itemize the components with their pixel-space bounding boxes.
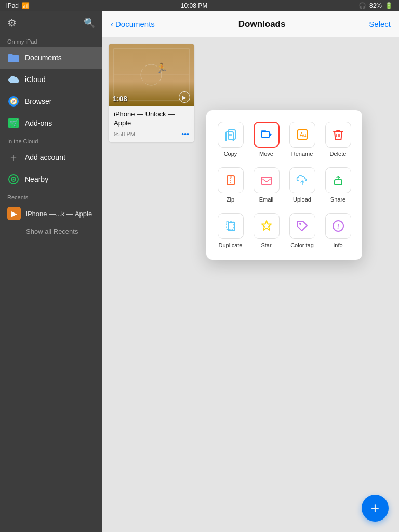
action-star[interactable]: Star bbox=[250, 210, 282, 251]
recent-video-icon: ▶ bbox=[7, 207, 21, 220]
carrier-label: iPad bbox=[6, 2, 19, 9]
svg-marker-25 bbox=[262, 221, 271, 230]
action-rename[interactable]: Aa Rename bbox=[286, 118, 318, 160]
copy-icon-box bbox=[218, 122, 244, 148]
nav-bar: ‹ Documents Downloads Select bbox=[102, 11, 399, 37]
sidebar-icloud-label: iCloud bbox=[25, 75, 46, 84]
sidebar-nearby-label: Nearby bbox=[25, 175, 48, 183]
action-sheet: Copy Move bbox=[206, 110, 362, 260]
section-label-on-my-ipad: On my iPad bbox=[0, 34, 102, 47]
action-upload[interactable]: Upload bbox=[286, 164, 318, 206]
wifi-icon: 📶 bbox=[22, 2, 30, 9]
svg-rect-22 bbox=[335, 180, 342, 185]
battery-icon: 🔋 bbox=[385, 2, 393, 9]
duplicate-label: Duplicate bbox=[219, 242, 243, 248]
upload-icon-box bbox=[289, 167, 315, 193]
share-label: Share bbox=[330, 196, 345, 203]
sidebar-add-account-label: Add account bbox=[25, 153, 65, 162]
svg-text:i: i bbox=[337, 222, 339, 230]
svg-rect-8 bbox=[228, 130, 235, 139]
back-button[interactable]: ‹ Documents bbox=[111, 20, 155, 29]
recent-item-iphone[interactable]: ▶ iPhone —...k — Apple bbox=[0, 203, 102, 224]
sidebar-header: ⚙ 🔍 bbox=[0, 11, 102, 34]
show-all-recents[interactable]: Show all Recents bbox=[0, 224, 102, 242]
status-right: 🎧 82% 🔋 bbox=[358, 2, 393, 9]
duplicate-icon-box bbox=[218, 213, 244, 239]
info-label: Info bbox=[333, 242, 342, 248]
star-icon-box bbox=[254, 213, 280, 239]
svg-rect-12 bbox=[262, 131, 269, 138]
content-area: ‹ Documents Downloads Select bbox=[102, 11, 399, 532]
move-icon-box bbox=[254, 122, 280, 148]
action-move[interactable]: Move bbox=[250, 118, 282, 160]
zip-label: Zip bbox=[227, 196, 234, 203]
sidebar-item-documents[interactable]: Documents bbox=[0, 47, 102, 69]
svg-point-4 bbox=[13, 179, 15, 180]
action-share[interactable]: Share bbox=[322, 164, 354, 206]
gear-icon[interactable]: ⚙ bbox=[7, 17, 17, 29]
section-label-recents: Recents bbox=[0, 190, 102, 203]
rename-label: Rename bbox=[291, 151, 313, 157]
status-left: iPad 📶 bbox=[6, 2, 30, 9]
sidebar: ⚙ 🔍 On my iPad Documents iCloud bbox=[0, 11, 102, 532]
main-layout: ⚙ 🔍 On my iPad Documents iCloud bbox=[0, 11, 399, 532]
svg-rect-1 bbox=[8, 54, 13, 57]
action-zip[interactable]: Zip bbox=[215, 164, 246, 206]
file-area: 🏃 1:08 ▶ iPhone — Unlock — Apple 9:58 PM… bbox=[102, 37, 399, 532]
svg-point-26 bbox=[299, 223, 301, 225]
star-label: Star bbox=[261, 242, 271, 248]
action-info[interactable]: i Info bbox=[322, 210, 354, 251]
recent-item-label: iPhone —...k — Apple bbox=[26, 210, 92, 218]
action-colortag[interactable]: Color tag bbox=[286, 210, 318, 251]
colortag-label: Color tag bbox=[290, 242, 314, 248]
sidebar-item-addons[interactable]: 🛒 Add-ons bbox=[0, 112, 102, 134]
upload-label: Upload bbox=[293, 196, 311, 203]
action-copy[interactable]: Copy bbox=[215, 118, 246, 160]
nearby-icon bbox=[7, 173, 20, 185]
sidebar-item-icloud[interactable]: iCloud bbox=[0, 69, 102, 90]
move-label: Move bbox=[259, 151, 273, 157]
plus-circle-icon: ＋ bbox=[7, 151, 20, 164]
email-icon-box bbox=[254, 167, 280, 193]
svg-rect-21 bbox=[261, 177, 272, 184]
colortag-icon-box bbox=[289, 213, 315, 239]
folder-icon bbox=[7, 51, 20, 64]
rename-icon-box: Aa bbox=[289, 122, 315, 148]
select-button[interactable]: Select bbox=[369, 20, 391, 29]
back-label: Documents bbox=[115, 20, 155, 29]
sidebar-item-nearby[interactable]: Nearby bbox=[0, 168, 102, 190]
action-duplicate[interactable]: Duplicate bbox=[215, 210, 246, 251]
sidebar-item-add-account[interactable]: ＋ Add account bbox=[0, 147, 102, 168]
status-time: 10:08 PM bbox=[181, 2, 207, 9]
sidebar-documents-label: Documents bbox=[25, 54, 62, 62]
info-icon-box: i bbox=[325, 213, 351, 239]
search-icon[interactable]: 🔍 bbox=[84, 17, 95, 29]
compass-icon: 🧭 bbox=[7, 95, 20, 108]
email-label: Email bbox=[259, 196, 274, 203]
sidebar-item-browser[interactable]: 🧭 Browser bbox=[0, 90, 102, 112]
svg-rect-9 bbox=[226, 132, 233, 141]
nav-title: Downloads bbox=[155, 19, 369, 30]
action-delete[interactable]: Delete bbox=[322, 118, 354, 160]
share-icon-box bbox=[325, 167, 351, 193]
delete-label: Delete bbox=[330, 151, 347, 157]
sidebar-browser-label: Browser bbox=[25, 97, 51, 105]
chevron-left-icon: ‹ bbox=[111, 20, 113, 29]
svg-text:Aa: Aa bbox=[300, 132, 307, 138]
action-email[interactable]: Email bbox=[250, 164, 282, 206]
cloud-icon bbox=[7, 73, 20, 86]
sidebar-addons-label: Add-ons bbox=[25, 119, 52, 127]
cart-icon: 🛒 bbox=[7, 117, 20, 129]
delete-icon-box bbox=[325, 122, 351, 148]
headphones-icon: 🎧 bbox=[358, 2, 366, 9]
section-label-in-cloud: In the Cloud bbox=[0, 134, 102, 147]
zip-icon-box bbox=[218, 167, 244, 193]
action-grid: Copy Move bbox=[215, 118, 354, 251]
status-bar: iPad 📶 10:08 PM 🎧 82% 🔋 bbox=[0, 0, 399, 11]
battery-label: 82% bbox=[369, 2, 382, 9]
copy-label: Copy bbox=[224, 151, 237, 157]
